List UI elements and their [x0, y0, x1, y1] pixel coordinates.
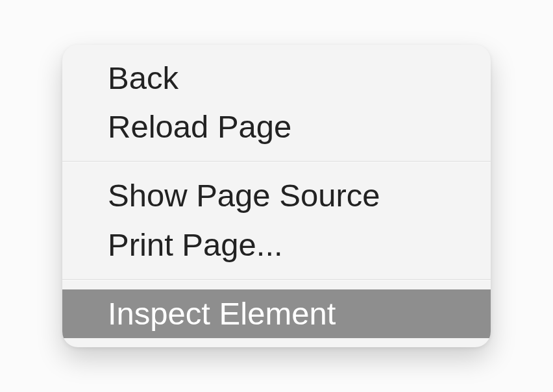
menu-separator — [62, 279, 491, 280]
menu-item-back[interactable]: Back — [62, 54, 491, 103]
menu-item-print-page[interactable]: Print Page... — [62, 221, 491, 270]
menu-item-reload-page[interactable]: Reload Page — [62, 103, 491, 152]
menu-item-show-page-source[interactable]: Show Page Source — [62, 171, 491, 221]
context-menu: Back Reload Page Show Page Source Print … — [62, 45, 491, 347]
menu-separator — [62, 161, 491, 162]
menu-item-inspect-element[interactable]: Inspect Element — [62, 289, 491, 339]
